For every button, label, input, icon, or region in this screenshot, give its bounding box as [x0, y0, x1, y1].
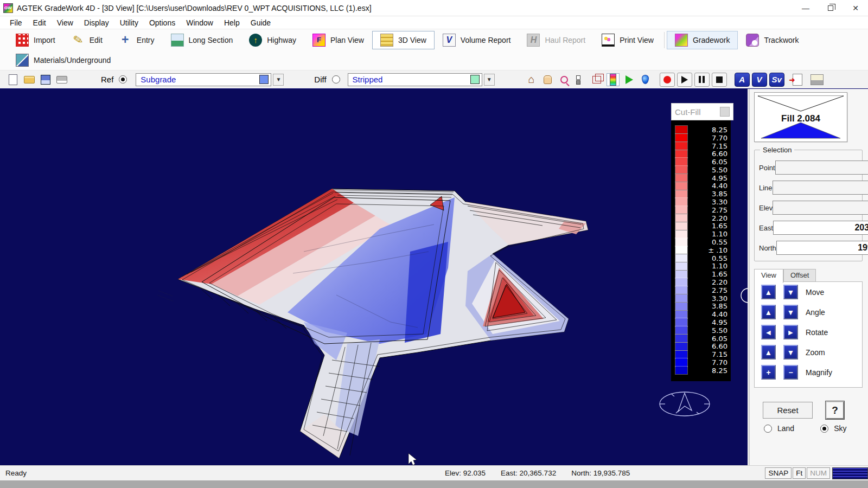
snapshot-button[interactable]	[810, 73, 824, 86]
angle-down-button[interactable]: ▼	[783, 305, 798, 319]
export-pdf-button[interactable]	[791, 73, 804, 86]
plan-view-button[interactable]: F Plan View	[304, 31, 372, 49]
trackwork-button[interactable]: Trackwork	[738, 31, 807, 49]
open-file-button[interactable]	[23, 73, 36, 86]
legend-value-label: 2.75	[687, 206, 729, 214]
zoom-out-button[interactable]: ▼	[783, 345, 798, 359]
reset-row: Reset ?	[763, 401, 844, 419]
pan-button[interactable]	[541, 73, 554, 86]
3d-view-button[interactable]: 3D View	[372, 31, 435, 49]
legend-value-label: 2.20	[687, 278, 729, 286]
entry-button[interactable]: + Entry	[111, 31, 163, 49]
help-button[interactable]: ?	[826, 401, 844, 419]
diff-radio[interactable]	[332, 75, 340, 84]
elev-field[interactable]	[773, 201, 868, 215]
gradework-button[interactable]: Gradework	[667, 31, 738, 49]
snap-toggle[interactable]: SNAP	[765, 467, 792, 479]
tab-view[interactable]: View	[754, 269, 783, 283]
volume-report-button[interactable]: V Volume Report	[435, 31, 519, 49]
menu-options[interactable]: Options	[144, 17, 181, 28]
play-button[interactable]	[677, 73, 692, 87]
east-field[interactable]	[773, 221, 868, 235]
legend-value-label: 1.65	[687, 222, 729, 230]
ref-surface-combo[interactable]: Subgrade	[136, 73, 271, 86]
legend-color-swatch	[675, 238, 687, 246]
diff-dropdown-button[interactable]: ▼	[484, 74, 495, 86]
magnify-minus-button[interactable]: −	[783, 365, 798, 380]
land-radio[interactable]	[764, 425, 772, 433]
menu-help[interactable]: Help	[219, 17, 245, 28]
point-field[interactable]	[775, 160, 868, 175]
sky-radio[interactable]	[820, 425, 828, 433]
magnify-plus-button[interactable]: +	[761, 365, 776, 380]
menu-edit[interactable]: Edit	[28, 17, 52, 28]
cutfill-legend-window[interactable]: Cut-Fill 8.257.707.156.606.055.504.954.4…	[671, 103, 733, 381]
legend-options-button[interactable]	[720, 107, 730, 117]
units-toggle[interactable]: Ft	[793, 467, 806, 479]
north-field[interactable]	[776, 241, 868, 255]
pause-button[interactable]	[694, 73, 710, 87]
resize-grip[interactable]	[832, 467, 868, 479]
rotate-right-button[interactable]: ►	[783, 325, 798, 339]
legend-entry: 8.25	[675, 367, 729, 375]
zoom-in-button[interactable]: ▲	[761, 345, 776, 359]
print-button[interactable]	[55, 73, 68, 86]
minimize-button[interactable]: —	[793, 0, 818, 16]
legend-color-swatch	[675, 230, 687, 238]
menu-display[interactable]: Display	[79, 17, 114, 28]
drive-sim-button[interactable]	[623, 73, 636, 86]
reset-button[interactable]: Reset	[763, 402, 813, 419]
menu-file[interactable]: File	[4, 17, 28, 28]
diff-surface-combo[interactable]: Stripped	[348, 73, 482, 86]
checkbox-list-icon	[576, 75, 585, 85]
line-field[interactable]	[773, 181, 868, 195]
menu-guide[interactable]: Guide	[245, 17, 276, 28]
ref-color-swatch	[259, 75, 269, 84]
zoom-select-button[interactable]	[558, 73, 571, 86]
legend-color-swatch	[675, 254, 687, 262]
view-toolbar: Ref Subgrade ▼ Diff Stripped ▼ ⌂ A V Sv	[0, 70, 868, 89]
highway-button[interactable]: ↑ Highway	[241, 31, 304, 49]
highway-label: Highway	[267, 36, 296, 44]
haul-report-button[interactable]: H Haul Report	[519, 31, 593, 49]
legend-value-label: 5.50	[687, 326, 729, 335]
long-section-button[interactable]: Long Section	[163, 31, 241, 49]
import-button[interactable]: Import	[8, 31, 63, 49]
legend-title-bar[interactable]: Cut-Fill	[671, 103, 733, 120]
regions-button[interactable]	[590, 73, 603, 86]
edit-button[interactable]: ✎ Edit	[63, 31, 111, 49]
menu-utility[interactable]: Utility	[114, 17, 144, 28]
close-button[interactable]: ✕	[843, 0, 868, 16]
legend-value-label: ± .10	[687, 246, 729, 254]
cutfill-colorbar-button[interactable]	[607, 73, 620, 86]
water-button[interactable]	[639, 73, 652, 86]
diff-label: Diff	[314, 75, 326, 84]
record-button[interactable]	[660, 73, 675, 87]
auto-button[interactable]: A	[735, 73, 750, 87]
move-down-button[interactable]: ▼	[783, 285, 798, 299]
legend-value-label: 6.05	[687, 158, 729, 166]
long-section-label: Long Section	[189, 36, 233, 44]
legend-entry: 3.30	[675, 198, 729, 206]
stop-button[interactable]	[712, 73, 727, 87]
home-view-button[interactable]: ⌂	[525, 73, 538, 86]
save-view-button[interactable]: Sv	[769, 73, 784, 87]
view-button[interactable]: V	[752, 73, 767, 87]
angle-up-button[interactable]: ▲	[761, 305, 776, 319]
print-view-button[interactable]: Print View	[593, 31, 662, 49]
restore-button[interactable]	[818, 0, 843, 16]
legend-entry: 6.05	[675, 335, 729, 343]
ref-radio[interactable]	[119, 75, 127, 84]
rotate-left-button[interactable]: ◄	[761, 325, 776, 339]
new-file-button[interactable]	[7, 73, 20, 86]
move-up-button[interactable]: ▲	[761, 285, 776, 299]
volume-report-label: Volume Report	[461, 36, 511, 44]
menu-window[interactable]: Window	[181, 17, 219, 28]
existing-design-button[interactable]	[574, 73, 587, 86]
save-button[interactable]	[39, 73, 52, 86]
menu-view[interactable]: View	[52, 17, 79, 28]
materials-underground-button[interactable]: Materials/Underground	[8, 51, 119, 69]
ref-dropdown-button[interactable]: ▼	[273, 74, 284, 86]
3d-viewport[interactable]: Cut-Fill 8.257.707.156.606.055.504.954.4…	[0, 89, 748, 465]
tab-offset[interactable]: Offset	[783, 269, 816, 282]
